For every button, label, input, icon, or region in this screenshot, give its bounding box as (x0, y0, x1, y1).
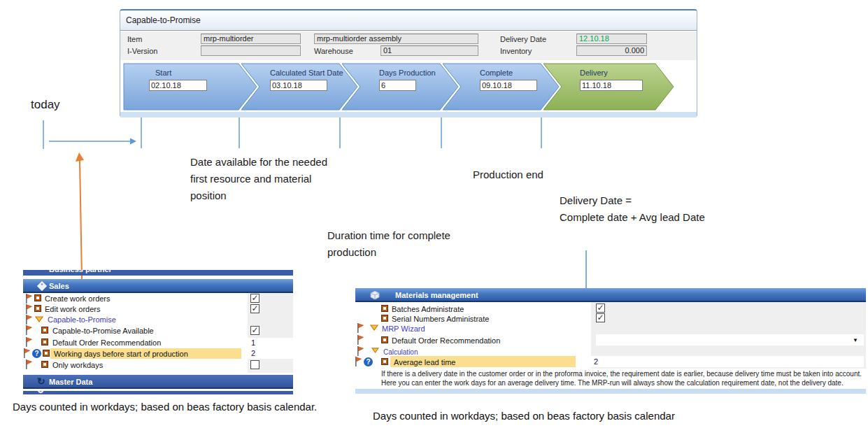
row-batches-administrate: Batches Administrate (392, 304, 464, 315)
ctp-available-checkbox[interactable]: ✓ (250, 326, 259, 335)
window-title: Capable-to-Promise (120, 10, 697, 31)
row-average-lead-time: Average lead time (394, 357, 455, 368)
capable-to-promise-link[interactable]: Capable-to-Promise (48, 315, 116, 325)
row-ctp-available: Capable-to-Promise Available (52, 326, 154, 336)
caption-left: Days counted in workdays; based on beas … (13, 401, 317, 413)
clipped-section-bar: Business partner (23, 270, 293, 276)
warehouse-field[interactable]: 01 (380, 45, 478, 56)
date-available-annotation: Date available for the needed first reso… (190, 154, 327, 204)
chevron-days-production-label: Days Production (379, 69, 436, 77)
flag-icon (25, 359, 32, 369)
option-icon (35, 306, 41, 311)
flag-icon (25, 337, 32, 347)
option-icon (382, 337, 387, 343)
delivery-formula-annotation: Delivery Date = Complete date + Avg lead… (560, 192, 705, 226)
option-icon (42, 362, 48, 367)
mrp-wizard-link[interactable]: MRP Wizard (382, 324, 425, 334)
chevron-delivery-label: Delivery (580, 69, 608, 77)
master-data-header-label: Master Data (49, 375, 92, 389)
start-date-field[interactable]: 02.10.18 (149, 80, 207, 91)
master-data-section-header[interactable]: ↻ Master Data (23, 375, 293, 389)
item-label: Item (127, 34, 142, 45)
inventory-field[interactable]: 0.000 (576, 45, 647, 56)
row-working-days-before-start: Working days before start of production (54, 349, 188, 359)
panel-bottom-strip (355, 389, 866, 394)
today-annotation: today (31, 97, 60, 113)
flag-icon (355, 357, 362, 366)
flag-icon (357, 323, 364, 333)
inventory-label: Inventory (500, 46, 532, 57)
materials-management-header[interactable]: Materials management (355, 288, 866, 302)
materials-management-label: Materials management (395, 288, 478, 302)
complete-date-field[interactable]: 09.10.18 (480, 80, 537, 91)
only-workdays-checkbox[interactable] (250, 360, 259, 369)
flag-icon (357, 346, 364, 356)
tick-today (43, 120, 44, 149)
refresh-icon: ↻ (37, 376, 45, 387)
package-icon (369, 290, 381, 301)
clipped-section-label: Business partner (49, 270, 112, 275)
tick-production-start (339, 117, 341, 148)
expander-triangle-icon (35, 316, 43, 322)
edit-work-orders-checkbox[interactable]: ✓ (250, 304, 259, 313)
delivery-date-field[interactable]: 12.10.18 (576, 34, 647, 44)
tick-start (141, 117, 142, 148)
working-days-arrowhead (76, 152, 84, 162)
duration-annotation: Duration time for complete production (327, 227, 450, 261)
row-default-order-recommendation: Default Order Recommendation (52, 338, 161, 348)
iversion-field[interactable] (201, 45, 301, 56)
delivery-date-chevron-field[interactable]: 11.10.18 (580, 80, 643, 91)
default-order-recommendation-dropdown[interactable]: ▼ (596, 334, 864, 345)
tick-calculated-start (239, 117, 240, 148)
expander-triangle-icon (371, 348, 379, 353)
gear-icon: ⚙ (37, 391, 44, 394)
tick-delivery (541, 117, 542, 148)
flag-icon (25, 304, 32, 314)
delivery-date-label: Delivery Date (500, 34, 546, 45)
calculated-start-date-field[interactable]: 03.10.18 (270, 80, 327, 91)
chevron-down-icon[interactable]: ▼ (853, 337, 858, 343)
average-lead-time-input[interactable]: 2 (590, 356, 864, 367)
item-code-field[interactable]: mrp-multiorder (201, 34, 301, 44)
expander-triangle-icon (370, 324, 378, 331)
chevron-start-label: Start (155, 69, 171, 77)
clipped-bottom-bar: ⚙ (23, 391, 293, 394)
tag-icon (36, 280, 48, 292)
chevron-complete-label: Complete (480, 69, 513, 77)
row-edit-work-orders: Edit work orders (45, 304, 100, 315)
window-bottom-strip (120, 112, 697, 117)
flag-icon (23, 348, 30, 358)
tick-production-end (441, 117, 442, 148)
row-only-workdays: Only workdays (52, 360, 103, 371)
average-lead-time-help-text: If there is a delivery date in the custo… (381, 369, 868, 387)
option-icon (42, 327, 48, 333)
help-icon[interactable]: ? (32, 349, 41, 358)
batches-administrate-checkbox[interactable]: ✓ (596, 304, 605, 313)
row-serial-numbers-administrate: Serial Numbers Administrate (392, 314, 489, 324)
warehouse-label: Warehouse (314, 46, 353, 57)
caption-right: Days counted in workdays; based on beas … (373, 410, 675, 422)
production-end-annotation: Production end (473, 166, 543, 183)
create-work-orders-checkbox[interactable]: ✓ (250, 294, 259, 303)
flag-icon (25, 294, 32, 304)
slide-canvas: Capable-to-Promise Item mrp-multiorder m… (0, 0, 868, 428)
chevron-calc-start-label: Calculated Start Date (270, 69, 343, 77)
serial-numbers-checkbox[interactable]: ✓ (596, 313, 605, 322)
row-create-work-orders: Create work orders (45, 294, 111, 304)
sales-header-label: Sales (49, 279, 69, 293)
option-icon (382, 359, 387, 364)
option-icon (35, 295, 41, 301)
iversion-label: I-Version (127, 46, 157, 57)
option-icon (42, 339, 48, 345)
working-days-input[interactable]: 2 (248, 348, 293, 359)
sales-section-header[interactable]: Sales (23, 279, 293, 293)
default-order-recommendation-input[interactable]: 1 (248, 338, 293, 348)
today-to-start-arrowhead (130, 138, 136, 145)
help-icon[interactable]: ? (364, 357, 373, 366)
days-production-field[interactable]: 6 (379, 80, 416, 91)
flag-icon (25, 325, 32, 335)
flag-icon (357, 335, 364, 345)
item-description-field[interactable]: mrp-multiorder assembly (314, 34, 478, 44)
option-icon (382, 306, 387, 311)
flag-icon (25, 315, 32, 324)
